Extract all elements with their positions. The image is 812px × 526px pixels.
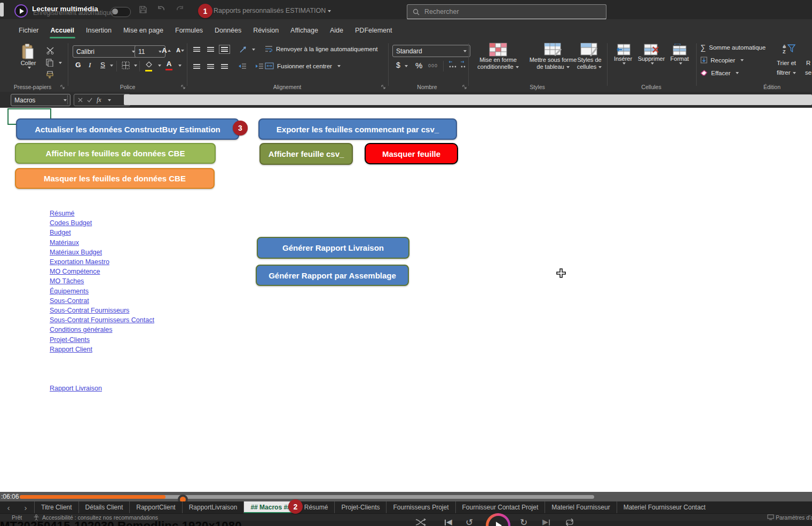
font-color-caret-icon[interactable]	[178, 65, 182, 67]
orientation-caret-icon[interactable]	[252, 49, 255, 51]
insert-cells-button[interactable]: Insérer	[610, 44, 636, 65]
sheet-nav-right-icon[interactable]: ›	[17, 501, 34, 513]
sheet-tab-resume[interactable]: Résumé	[297, 501, 335, 513]
format-painter-icon[interactable]	[46, 70, 54, 78]
wrap-text-button[interactable]: Renvoyer à la ligne automatiquement	[265, 45, 378, 52]
generate-assembly-report-button[interactable]: Générer Rapport par Assemblage	[256, 265, 409, 286]
tab-formules[interactable]: Formules	[169, 24, 209, 37]
font-dialog-launcher-icon[interactable]	[181, 85, 185, 89]
align-right-icon[interactable]	[221, 64, 228, 69]
status-display-settings[interactable]: Paramètres d'affich	[776, 514, 812, 521]
sheet-tab-titre-client[interactable]: Titre Client	[34, 501, 78, 513]
sheet-tab-projet-clients[interactable]: Projet-Clients	[334, 501, 386, 513]
sheet-tab-rapportlivraison[interactable]: RapportLivraison	[182, 501, 244, 513]
align-middle-icon[interactable]	[207, 47, 214, 52]
link-codes-budget[interactable]: Codes Budget	[50, 218, 154, 228]
cell-styles-button[interactable]: Styles de cellules	[573, 43, 605, 70]
document-title[interactable]: Rapports personnalisés ESTIMATION	[214, 7, 331, 14]
link-rapport-livraison[interactable]: Rapport Livraison	[50, 384, 102, 393]
player-progress-track[interactable]	[20, 495, 594, 499]
copy-icon[interactable]	[46, 59, 53, 67]
currency-button[interactable]: $	[396, 61, 400, 69]
forward-icon[interactable]: ↻	[520, 517, 527, 526]
align-bottom-icon[interactable]	[221, 47, 228, 52]
link-exportation-maestro[interactable]: Exportation Maestro	[50, 257, 154, 267]
link-sous-contrat-fournisseurs-contact[interactable]: Sous-Contrat Fournisseurs Contact	[50, 315, 154, 325]
link-mo-taches[interactable]: MO Tâches	[50, 276, 154, 286]
autosum-button[interactable]: ∑ Somme automatique	[700, 43, 786, 52]
borders-icon[interactable]	[122, 61, 130, 69]
link-sous-contrat-fournisseurs[interactable]: Sous-Contrat Fournisseurs	[50, 306, 154, 315]
link-conditions-generales[interactable]: Conditions générales	[50, 325, 154, 334]
tab-insertion[interactable]: Insertion	[80, 24, 117, 37]
hide-cbe-sheets-button[interactable]: Masquer les feuilles de données CBE	[15, 168, 215, 189]
increase-indent-icon[interactable]	[255, 63, 264, 69]
sheet-tab-details-client[interactable]: Détails Client	[78, 501, 130, 513]
bold-button[interactable]: G	[75, 61, 81, 69]
name-box[interactable]: Macros	[11, 94, 70, 106]
number-dialog-launcher-icon[interactable]	[462, 85, 467, 89]
cut-icon[interactable]	[46, 47, 54, 54]
tab-affichage[interactable]: Affichage	[285, 24, 324, 37]
display-settings-icon[interactable]	[767, 514, 774, 520]
font-size-select[interactable]: 11	[135, 45, 165, 58]
copy-caret-icon[interactable]	[59, 62, 62, 64]
increase-decimal-icon[interactable]	[447, 60, 456, 69]
link-sous-contrat[interactable]: Sous-Contrat	[50, 296, 154, 306]
link-projet-clients[interactable]: Projet-Clients	[50, 335, 154, 345]
format-as-table-button[interactable]: Mettre sous forme de tableau	[526, 43, 580, 70]
play-button[interactable]	[486, 513, 510, 526]
grow-font-button[interactable]: A	[162, 45, 171, 55]
tab-donnees[interactable]: Données	[209, 24, 247, 37]
enter-icon[interactable]	[87, 98, 92, 102]
undo-icon[interactable]	[156, 6, 166, 13]
link-equipements[interactable]: Équipements	[50, 286, 154, 296]
rewind-icon[interactable]: ↺	[466, 517, 473, 526]
sheet-nav-left-icon[interactable]: ‹	[0, 501, 17, 513]
tab-accueil[interactable]: Accueil	[45, 24, 80, 37]
borders-caret-icon[interactable]	[134, 65, 137, 67]
orientation-icon[interactable]	[239, 45, 247, 53]
sheet-tab-fournisseur-contact-projet[interactable]: Fournisseur Contact Projet	[455, 501, 545, 513]
previous-track-icon[interactable]: ◀	[444, 517, 452, 526]
conditional-formatting-button[interactable]: Mise en forme conditionnelle	[471, 43, 525, 70]
fill-color-button[interactable]	[145, 60, 153, 71]
sheet-tab-fournisseurs-projet[interactable]: Fournisseurs Projet	[386, 501, 455, 513]
align-center-icon[interactable]	[207, 64, 214, 69]
shuffle-icon[interactable]	[415, 519, 426, 526]
decrease-decimal-icon[interactable]	[459, 60, 468, 69]
link-rapport-client[interactable]: Rapport Client	[50, 345, 154, 354]
link-materiaux-budget[interactable]: Matériaux Budget	[50, 248, 154, 257]
tab-aide[interactable]: Aide	[324, 24, 349, 37]
link-budget[interactable]: Budget	[50, 228, 154, 237]
redo-icon[interactable]	[175, 6, 185, 13]
sheet-tab-materiel-fournisseur-contact[interactable]: Materiel Fournisseur Contact	[617, 501, 712, 513]
align-top-icon[interactable]	[193, 47, 200, 52]
font-name-select[interactable]: Calibri	[73, 45, 139, 58]
italic-button[interactable]: I	[89, 61, 91, 69]
alignment-dialog-launcher-icon[interactable]	[381, 85, 385, 89]
shrink-font-button[interactable]: A	[176, 47, 184, 53]
paste-button[interactable]: Coller	[15, 44, 42, 69]
delete-cells-button[interactable]: Supprimer	[636, 44, 666, 65]
fx-caret-icon[interactable]	[108, 99, 111, 101]
generate-delivery-report-button[interactable]: Générer Rapport Livraison	[257, 237, 409, 259]
currency-caret-icon[interactable]	[405, 65, 408, 67]
format-cells-button[interactable]: Format	[667, 44, 692, 65]
formula-input[interactable]	[124, 94, 812, 105]
number-format-select[interactable]: Standard	[392, 45, 470, 57]
link-resume[interactable]: Résumé	[50, 209, 154, 218]
percent-button[interactable]: %	[415, 61, 422, 70]
align-left-icon[interactable]	[193, 64, 200, 69]
tab-mise-en-page[interactable]: Mise en page	[117, 24, 169, 37]
save-icon[interactable]	[139, 5, 147, 14]
search-input[interactable]: Rechercher	[407, 4, 606, 20]
tab-fichier[interactable]: Fichier	[13, 24, 45, 37]
decrease-indent-icon[interactable]	[238, 63, 247, 69]
sheet-tab-rapportclient[interactable]: RapportClient	[129, 501, 182, 513]
export-csv-button[interactable]: Exporter les feuilles commencant par csv…	[258, 118, 457, 140]
hide-sheet-button[interactable]: Masquer feuille	[365, 143, 458, 164]
thousands-button[interactable]: 000	[428, 63, 438, 68]
show-csv-sheet-button[interactable]: Afficher feuille csv_	[259, 143, 353, 165]
merge-center-button[interactable]: Fusionner et centrer	[265, 62, 341, 69]
